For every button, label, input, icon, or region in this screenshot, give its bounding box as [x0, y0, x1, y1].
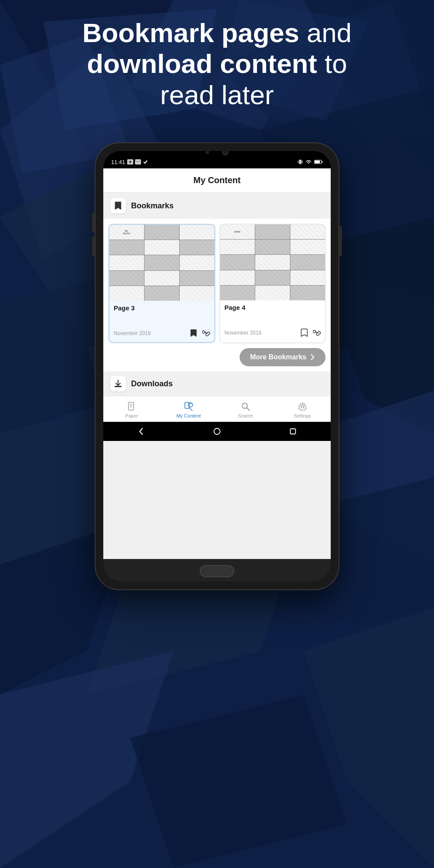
- downloads-icon: [114, 379, 122, 388]
- power-button[interactable]: [339, 226, 342, 256]
- bookmarks-label: Bookmarks: [131, 201, 174, 210]
- settings-nav-label: Settings: [294, 413, 311, 418]
- svg-rect-28: [302, 161, 303, 163]
- my-content-nav-label: My Content: [176, 413, 201, 418]
- more-bookmarks-area: More Bookmarks: [103, 343, 331, 372]
- recents-button[interactable]: [289, 427, 297, 436]
- bookmark-card-2[interactable]: MARK: [220, 224, 326, 343]
- chevron-right-icon: [310, 354, 315, 361]
- bookmark-filled-icon[interactable]: [190, 329, 197, 338]
- nav-paper[interactable]: Paper: [103, 400, 160, 420]
- home-button[interactable]: [213, 427, 221, 436]
- vibrate-icon: [298, 159, 303, 165]
- svg-point-41: [301, 405, 304, 408]
- nav-search[interactable]: Search: [217, 400, 274, 420]
- home-oval-area: [103, 559, 331, 582]
- svg-rect-31: [322, 161, 323, 163]
- svg-rect-27: [298, 161, 299, 163]
- bookmarks-icon-box: [110, 198, 126, 214]
- volume-up-button[interactable]: [92, 213, 95, 232]
- bookmarks-cards: Mr.BOSS: [103, 219, 331, 343]
- gmail-icon: [135, 159, 141, 164]
- bookmarks-section-header: Bookmarks: [103, 193, 331, 219]
- card-2-page: Page 4: [220, 300, 325, 313]
- volume-down-button[interactable]: [92, 237, 95, 256]
- nav-my-content[interactable]: My Content: [160, 400, 217, 420]
- home-oval[interactable]: [200, 565, 234, 577]
- app-topbar: My Content: [103, 168, 331, 193]
- downloads-label: Downloads: [131, 379, 173, 388]
- wifi-icon: [305, 159, 312, 164]
- downloads-section-header: Downloads: [103, 372, 331, 396]
- sensor-dot: [206, 151, 209, 154]
- my-content-nav-icon: [184, 401, 194, 412]
- card-1-date: November 2018: [114, 330, 151, 336]
- photo-icon: [127, 159, 133, 164]
- nav-settings[interactable]: Settings: [274, 400, 331, 420]
- bookmark-card-1[interactable]: Mr.BOSS: [108, 224, 215, 343]
- battery-icon: [314, 159, 323, 164]
- svg-rect-43: [290, 429, 296, 434]
- svg-rect-25: [135, 159, 141, 164]
- card-1-footer: November 2018: [109, 326, 214, 342]
- share-icon[interactable]: [202, 329, 210, 338]
- android-nav-bar: [103, 422, 331, 441]
- status-bar: 11:41: [103, 155, 331, 168]
- bookmarks-icon: [114, 201, 122, 210]
- search-nav-label: Search: [238, 413, 253, 418]
- hero-headline: Bookmark pages and download content to r…: [22, 17, 412, 110]
- paper-nav-icon: [127, 401, 137, 412]
- more-bookmarks-button[interactable]: More Bookmarks: [240, 348, 326, 366]
- card-2-footer: November 2018: [220, 326, 325, 342]
- status-right: [298, 159, 323, 165]
- settings-nav-icon: [297, 401, 308, 412]
- app-title: My Content: [194, 175, 241, 185]
- status-left: 11:41: [111, 159, 148, 165]
- back-button[interactable]: [137, 427, 145, 436]
- card-2-date: November 2018: [224, 330, 261, 336]
- app-screen: My Content Bookmarks: [103, 168, 331, 559]
- svg-point-24: [129, 161, 132, 163]
- svg-line-40: [247, 408, 250, 411]
- camera-lens: [222, 151, 228, 155]
- svg-rect-26: [299, 160, 302, 164]
- downloads-icon-box: [110, 376, 126, 391]
- bookmark-outline-icon[interactable]: [301, 329, 308, 337]
- card-1-thumbnail: Mr.BOSS: [109, 225, 214, 301]
- card-2-thumbnail: MARK: [220, 224, 325, 300]
- time-display: 11:41: [111, 159, 125, 165]
- svg-rect-33: [128, 402, 134, 410]
- card-1-page: Page 3: [109, 301, 214, 313]
- check-icon: [143, 159, 148, 164]
- svg-rect-32: [115, 386, 122, 387]
- camera-area: [103, 151, 331, 155]
- svg-point-42: [214, 428, 220, 434]
- bottom-navigation: Paper My Content: [103, 396, 331, 422]
- phone-mockup: 11:41 My Content: [95, 143, 339, 589]
- paper-nav-label: Paper: [125, 413, 138, 418]
- svg-rect-30: [315, 161, 320, 163]
- share-icon-2[interactable]: [313, 329, 321, 337]
- search-nav-icon: [240, 401, 251, 412]
